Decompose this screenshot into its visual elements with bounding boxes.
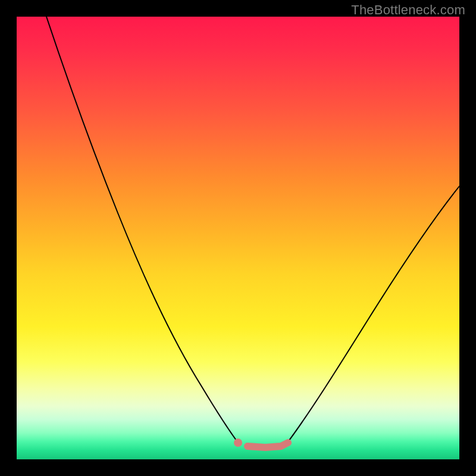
curve-layer [17, 17, 459, 459]
plot-area [17, 17, 459, 459]
flat-bottom-highlight [248, 443, 288, 447]
chart-stage: TheBottleneck.com [0, 0, 476, 476]
watermark-text: TheBottleneck.com [351, 2, 465, 18]
flat-start-dot [234, 439, 242, 447]
right-branch-line [286, 186, 459, 445]
left-branch-line [46, 17, 240, 445]
